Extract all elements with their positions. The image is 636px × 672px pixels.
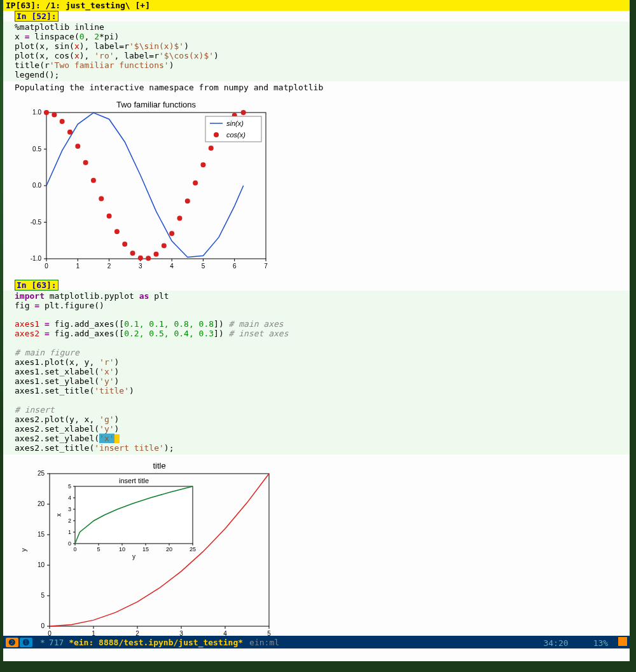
- svg-point-42: [154, 251, 159, 256]
- modeline-end-icon: [618, 637, 627, 646]
- svg-point-49: [209, 146, 214, 151]
- svg-text:1: 1: [68, 529, 71, 535]
- svg-text:sin(x): sin(x): [226, 120, 244, 127]
- svg-point-46: [185, 198, 190, 203]
- svg-point-41: [146, 256, 151, 261]
- code-cell-63[interactable]: import matplotlib.pyplot as plt fig = pl…: [3, 291, 630, 455]
- svg-text:y: y: [132, 553, 135, 560]
- svg-point-48: [200, 162, 205, 167]
- svg-text:4: 4: [170, 263, 174, 270]
- svg-text:title: title: [153, 461, 165, 470]
- major-mode: ein:ml: [249, 638, 279, 647]
- buffer-content[interactable]: In [52]: %matplotlib inline x = linspace…: [3, 11, 630, 654]
- svg-text:15: 15: [142, 546, 149, 552]
- cell-prompt-63[interactable]: In [63]:: [15, 280, 59, 291]
- svg-text:15: 15: [38, 531, 45, 538]
- svg-point-37: [114, 229, 120, 234]
- svg-point-35: [99, 196, 104, 201]
- svg-text:5: 5: [68, 483, 71, 490]
- workspace-badge-2[interactable]: ❷: [6, 638, 18, 647]
- line-number: 717: [49, 638, 64, 647]
- svg-text:-0.5: -0.5: [31, 218, 42, 225]
- svg-text:5: 5: [97, 546, 100, 552]
- svg-text:25: 25: [190, 546, 196, 552]
- svg-point-57: [214, 132, 219, 137]
- svg-text:5: 5: [202, 263, 205, 270]
- workspace-badge-1[interactable]: ❶: [20, 638, 32, 647]
- svg-text:x: x: [55, 513, 62, 516]
- cell-prompt-52[interactable]: In [52]:: [15, 11, 59, 22]
- cell-output-52: Populating the interactive namespace fro…: [3, 81, 630, 93]
- svg-text:-1.0: -1.0: [31, 255, 42, 262]
- cursor-position: 'x': [99, 434, 114, 443]
- scroll-percent: 13%: [593, 638, 608, 648]
- svg-rect-87: [75, 486, 193, 544]
- svg-point-44: [169, 231, 174, 236]
- svg-point-31: [67, 129, 73, 134]
- svg-point-38: [122, 242, 127, 247]
- svg-text:0.0: 0.0: [32, 182, 41, 189]
- svg-text:7: 7: [264, 263, 268, 270]
- modified-indicator-icon: *: [40, 638, 45, 647]
- svg-text:0: 0: [45, 263, 48, 270]
- svg-text:5: 5: [41, 592, 45, 599]
- svg-point-43: [162, 243, 167, 248]
- cursor-position-indicator: 34:20: [543, 638, 568, 648]
- svg-text:cos(x): cos(x): [226, 131, 245, 139]
- emacs-window: IP[63]: /1: just_testing\ [+] In [52]: %…: [3, 0, 630, 661]
- svg-text:25: 25: [38, 470, 45, 477]
- svg-text:1: 1: [76, 263, 80, 270]
- svg-point-28: [44, 110, 49, 115]
- svg-point-39: [130, 250, 135, 256]
- modeline: ❷ ❶ * 717 *ein: 8888/test.ipynb/just_tes…: [3, 636, 630, 648]
- svg-text:2: 2: [107, 263, 111, 270]
- svg-text:1.0: 1.0: [32, 109, 41, 116]
- titlebar: IP[63]: /1: just_testing\ [+]: [3, 0, 630, 11]
- svg-point-36: [107, 213, 112, 218]
- chart-2: title0123450510152025xyinsert title05101…: [3, 455, 630, 654]
- svg-point-32: [75, 144, 80, 149]
- svg-text:2: 2: [68, 518, 71, 524]
- svg-point-45: [177, 216, 182, 221]
- chart-1: Two familiar functions01234567-1.0-0.50.…: [3, 93, 630, 280]
- svg-text:20: 20: [166, 546, 172, 552]
- svg-text:0.5: 0.5: [32, 145, 41, 152]
- svg-point-33: [83, 160, 88, 165]
- svg-text:10: 10: [38, 561, 45, 568]
- chart-inset: title0123450510152025xyinsert title05101…: [15, 461, 282, 645]
- svg-point-30: [60, 119, 65, 124]
- svg-text:3: 3: [139, 263, 142, 270]
- cursor-icon: [114, 434, 120, 443]
- chart-sin-cos: Two familiar functions01234567-1.0-0.50.…: [15, 100, 269, 271]
- svg-text:y: y: [20, 547, 27, 551]
- svg-point-34: [91, 177, 96, 182]
- svg-point-53: [241, 110, 246, 115]
- svg-text:0: 0: [68, 540, 71, 547]
- buffer-name[interactable]: *ein: 8888/test.ipynb/just_testing*: [69, 638, 243, 647]
- svg-text:20: 20: [38, 500, 45, 507]
- svg-text:0: 0: [41, 622, 45, 629]
- code-cell-52[interactable]: %matplotlib inline x = linspace(0, 2*pi)…: [3, 22, 630, 81]
- svg-text:6: 6: [233, 263, 237, 270]
- svg-text:3: 3: [68, 506, 71, 512]
- svg-text:Two familiar functions: Two familiar functions: [116, 100, 196, 109]
- svg-text:10: 10: [119, 546, 125, 552]
- svg-text:0: 0: [73, 546, 76, 552]
- svg-point-29: [52, 112, 57, 117]
- svg-text:4: 4: [68, 495, 71, 501]
- svg-text:insert title: insert title: [119, 477, 149, 484]
- svg-point-40: [138, 255, 143, 260]
- svg-point-47: [193, 180, 198, 185]
